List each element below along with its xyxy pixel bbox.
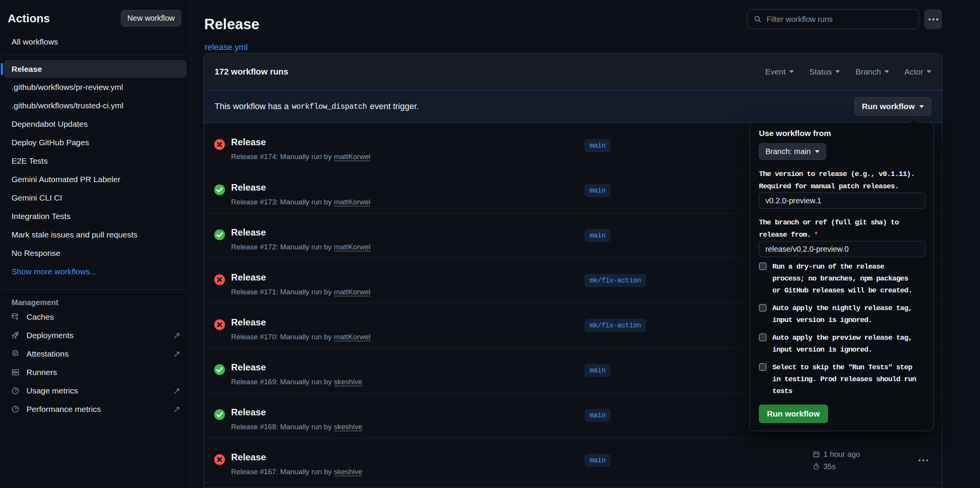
panel-checkbox[interactable] xyxy=(759,363,767,371)
sidebar-item-attestations[interactable]: Attestations ↗ xyxy=(0,345,190,363)
panel-checkbox[interactable] xyxy=(759,304,767,312)
sidebar-item-deployments[interactable]: Deployments ↗ xyxy=(0,326,190,345)
sidebar-item-label: Caches xyxy=(26,312,54,322)
actor-link[interactable]: mattKorwel xyxy=(334,243,370,251)
branch-badge[interactable]: mk/fix-action xyxy=(585,319,646,332)
x-circle-icon xyxy=(214,274,225,285)
runs-card-header: 172 workflow runs Event Status Branch xyxy=(204,53,942,90)
run-options-button[interactable] xyxy=(919,460,928,461)
external-link-icon: ↗ xyxy=(173,386,180,396)
filter-workflow-runs-box xyxy=(747,9,919,29)
actor-link[interactable]: skeshive xyxy=(334,423,362,431)
ref-input-description: The branch or ref (full git sha) to rele… xyxy=(759,216,899,241)
branch-badge[interactable]: main xyxy=(585,454,610,467)
checkbox-label: Auto apply the nightly release tag, inpu… xyxy=(772,302,912,326)
server-icon xyxy=(11,368,20,377)
sidebar-workflow-item[interactable]: Deploy GitHub Pages xyxy=(0,133,190,152)
chevron-down-icon xyxy=(815,150,820,153)
actor-link[interactable]: mattKorwel xyxy=(334,153,370,161)
stopwatch-icon xyxy=(813,463,820,470)
more-options-button[interactable] xyxy=(924,9,942,29)
run-description: Release #169: Manually run byskeshive xyxy=(231,378,362,386)
chevron-down-icon xyxy=(835,70,840,73)
sidebar-item-usage-metrics[interactable]: Usage metrics ↗ xyxy=(0,382,190,400)
run-title: Release xyxy=(231,182,266,193)
chevron-down-icon xyxy=(884,70,889,73)
sidebar-item-label: Runners xyxy=(26,368,57,377)
actor-link[interactable]: mattKorwel xyxy=(334,333,370,341)
sidebar-workflow-item[interactable]: Integration Tests xyxy=(0,207,190,226)
panel-title: Use workflow from xyxy=(759,129,831,138)
run-workflow-dropdown-button[interactable]: Run workflow xyxy=(854,97,931,116)
sidebar-workflow-item[interactable]: E2E Tests xyxy=(0,152,190,170)
workflow-run-row-partial xyxy=(204,483,942,488)
chevron-down-icon xyxy=(919,105,924,108)
ref-input[interactable] xyxy=(759,241,925,257)
cache-icon xyxy=(11,312,20,322)
panel-checkbox[interactable] xyxy=(759,262,767,270)
filter-dropdown[interactable]: Status xyxy=(809,67,840,76)
checkbox-group: Select to skip the "Run Tests" step in t… xyxy=(759,362,928,397)
sidebar-item-release-selected[interactable]: Release xyxy=(4,60,187,78)
sidebar-workflow-item[interactable]: .github/workflows/pr-review.yml xyxy=(0,78,190,96)
new-workflow-button[interactable]: New workflow xyxy=(121,10,181,27)
banner-text-after: event trigger. xyxy=(370,101,419,111)
filter-workflow-runs-input[interactable] xyxy=(767,15,912,24)
required-asterisk: * xyxy=(814,231,818,239)
workflow-run-row[interactable]: Release Release #167: Manually run byske… xyxy=(204,438,942,483)
filter-dropdown-label: Event xyxy=(765,67,786,76)
sidebar-item-label: Usage metrics xyxy=(26,386,78,395)
checkbox-label: Auto apply the preview release tag, inpu… xyxy=(772,332,912,356)
meter-icon xyxy=(11,405,20,414)
branch-selector-button[interactable]: Branch: main xyxy=(759,143,826,160)
filter-dropdown[interactable]: Actor xyxy=(904,67,931,76)
actor-link[interactable]: skeshive xyxy=(334,378,362,386)
sidebar-workflow-item[interactable]: No Response xyxy=(0,244,190,262)
all-workflows-link[interactable]: All workflows xyxy=(12,37,190,46)
panel-checkbox[interactable] xyxy=(759,334,767,341)
run-title: Release xyxy=(231,317,266,328)
branch-badge[interactable]: main xyxy=(585,184,610,197)
version-input[interactable] xyxy=(759,193,925,209)
checkbox-label: Run a dry-run of the release process; no… xyxy=(772,261,912,297)
check-circle-icon xyxy=(214,364,225,375)
run-description: Release #170: Manually run bymattKorwel xyxy=(231,333,370,341)
chevron-down-icon xyxy=(927,70,931,73)
filter-dropdown[interactable]: Branch xyxy=(855,67,889,76)
panel-checkbox-list: Run a dry-run of the release process; no… xyxy=(759,261,928,403)
sidebar-workflow-item[interactable]: Dependabot Updates xyxy=(0,115,190,133)
workflow-list: .github/workflows/pr-review.yml .github/… xyxy=(0,78,190,262)
filter-dropdown[interactable]: Event xyxy=(765,67,794,76)
show-more-workflows-link[interactable]: Show more workflows... xyxy=(0,262,190,281)
sidebar-item-caches[interactable]: Caches xyxy=(0,308,190,326)
branch-badge[interactable]: main xyxy=(585,229,610,242)
run-workflow-submit-button[interactable]: Run workflow xyxy=(759,405,828,423)
run-workflow-panel: Use workflow from Branch: main The versi… xyxy=(749,122,934,431)
actor-link[interactable]: mattKorwel xyxy=(334,198,370,206)
checkbox-group: Auto apply the nightly release tag, inpu… xyxy=(759,302,928,326)
workflow-file-link[interactable]: release.yml xyxy=(205,42,248,52)
sidebar-workflow-item[interactable]: Gemini CLI CI xyxy=(0,189,190,207)
actor-link[interactable]: skeshive xyxy=(334,468,362,476)
run-description: Release #168: Manually run byskeshive xyxy=(231,423,362,431)
sidebar-divider xyxy=(3,55,187,55)
branch-badge[interactable]: main xyxy=(585,139,610,152)
sidebar-workflow-item[interactable]: .github/workflows/trusted-ci.yml xyxy=(0,96,190,115)
chevron-down-icon xyxy=(789,70,794,73)
check-circle-icon xyxy=(214,409,225,420)
run-description: Release #171: Manually run bymattKorwel xyxy=(231,288,370,296)
sidebar-item-runners[interactable]: Runners xyxy=(0,363,190,382)
run-description: Release #173: Manually run bymattKorwel xyxy=(231,198,370,206)
sidebar-workflow-item[interactable]: Mark stale issues and pull requests xyxy=(0,226,190,244)
sidebar-item-performance-metrics[interactable]: Performance metrics ↗ xyxy=(0,400,190,418)
branch-badge[interactable]: main xyxy=(585,364,610,377)
actor-link[interactable]: mattKorwel xyxy=(334,288,370,296)
branch-badge[interactable]: main xyxy=(585,409,610,422)
actions-sidebar: Actions New workflow All workflows Relea… xyxy=(0,0,191,488)
sidebar-workflow-item[interactable]: Gemini Automated PR Labeler xyxy=(0,170,190,189)
checkbox-label: Select to skip the "Run Tests" step in t… xyxy=(772,362,916,397)
verified-icon xyxy=(11,349,20,359)
branch-badge[interactable]: mk/fix-action xyxy=(585,274,646,287)
external-link-icon: ↗ xyxy=(173,404,180,415)
x-circle-icon xyxy=(214,139,225,150)
